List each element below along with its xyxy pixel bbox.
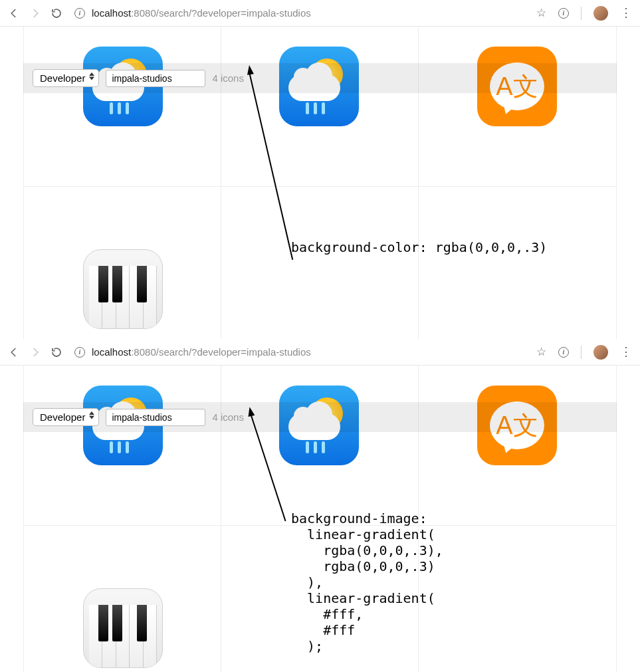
toolbar-divider <box>581 346 582 359</box>
url-port: :8080 <box>131 7 156 19</box>
page-viewport: A文 Developer 4 icons background-image: l… <box>0 366 640 672</box>
toolbar-divider <box>581 7 582 20</box>
bookmark-star-icon[interactable]: ☆ <box>536 6 546 20</box>
reload-button[interactable] <box>51 346 62 358</box>
site-info-icon[interactable]: i <box>74 8 85 19</box>
url-host: localhost <box>92 7 131 19</box>
result-count: 4 icons <box>212 411 244 423</box>
url-path: /search/?developer=impala-studios <box>156 7 311 19</box>
annotation-text: background-color: rgba(0,0,0,.3) <box>291 239 547 255</box>
page-info-icon[interactable]: i <box>558 347 569 358</box>
annotation-text: background-image: linear-gradient( rgba(… <box>291 510 443 654</box>
back-button[interactable] <box>8 346 20 358</box>
filter-bar: Developer 4 icons <box>23 63 617 93</box>
site-info-icon[interactable]: i <box>74 347 85 358</box>
url-port: :8080 <box>131 346 156 358</box>
profile-avatar[interactable] <box>593 6 608 21</box>
menu-kebab-icon[interactable]: ⋮ <box>620 11 632 15</box>
page-info-icon[interactable]: i <box>558 8 569 19</box>
address-bar[interactable]: i localhost:8080/search/?developer=impal… <box>72 346 527 358</box>
bookmark-star-icon[interactable]: ☆ <box>536 345 546 359</box>
filter-type-select[interactable]: Developer <box>33 408 99 426</box>
filter-type-select[interactable]: Developer <box>33 69 99 87</box>
reload-button[interactable] <box>51 7 62 19</box>
browser-toolbar: i localhost:8080/search/?developer=impal… <box>0 339 640 366</box>
address-bar[interactable]: i localhost:8080/search/?developer=impal… <box>72 7 527 19</box>
piano-app-icon[interactable] <box>83 249 163 329</box>
forward-button[interactable] <box>29 346 41 358</box>
filter-value-input[interactable] <box>106 70 205 87</box>
filter-value-input[interactable] <box>106 409 205 426</box>
result-count: 4 icons <box>212 72 244 84</box>
browser-toolbar: i localhost:8080/search/?developer=impal… <box>0 0 640 27</box>
page-viewport: A文 Developer 4 icons background-color: r… <box>0 27 640 339</box>
profile-avatar[interactable] <box>593 345 608 360</box>
filter-bar: Developer 4 icons <box>23 402 617 432</box>
url-path: /search/?developer=impala-studios <box>156 346 311 358</box>
piano-app-icon[interactable] <box>83 588 163 668</box>
back-button[interactable] <box>8 7 20 19</box>
url-host: localhost <box>92 346 131 358</box>
forward-button[interactable] <box>29 7 41 19</box>
menu-kebab-icon[interactable]: ⋮ <box>620 350 632 354</box>
